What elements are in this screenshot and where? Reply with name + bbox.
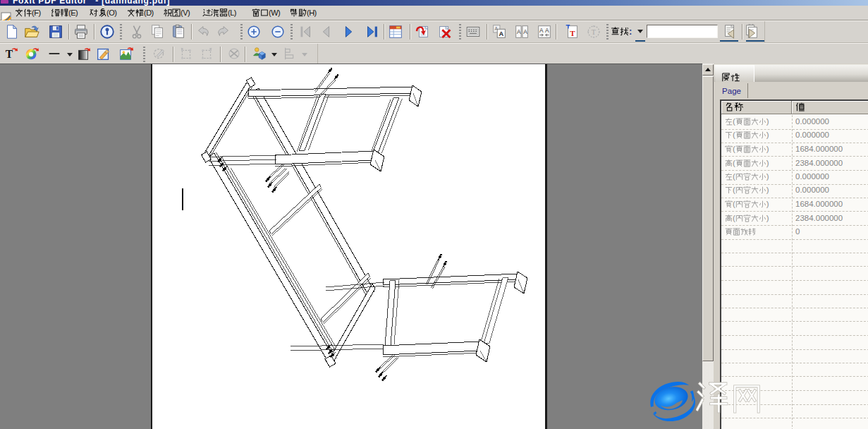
svg-text:T: T	[6, 48, 13, 60]
svg-text:A: A	[539, 27, 544, 34]
svg-text:T: T	[592, 28, 597, 36]
svg-text:A: A	[523, 28, 527, 35]
svg-text:A: A	[545, 27, 549, 34]
svg-text:A: A	[499, 30, 504, 37]
svg-text:T: T	[570, 29, 575, 37]
svg-text:A: A	[517, 28, 521, 35]
